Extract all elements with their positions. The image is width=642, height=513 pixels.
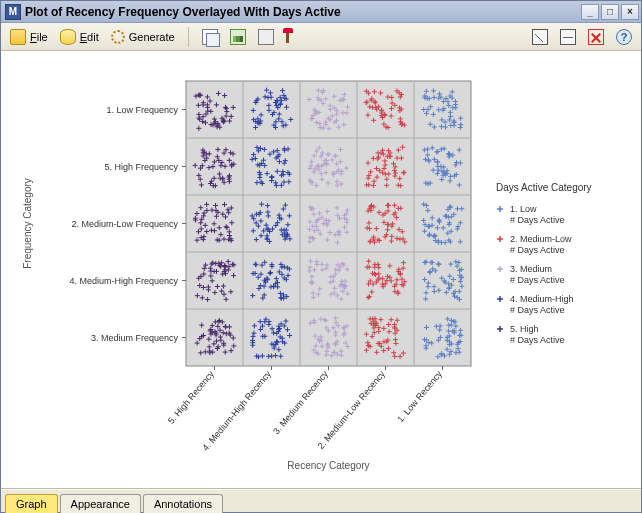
file-menu-label-rest: ile — [37, 31, 48, 43]
generate-menu-label: Generate — [129, 31, 175, 43]
legend-item-label: # Days Active — [510, 305, 565, 315]
brush-icon — [286, 31, 289, 43]
app-window: Plot of Recency Frequency Overlayed With… — [0, 0, 642, 513]
window-title: Plot of Recency Frequency Overlayed With… — [25, 5, 341, 19]
chart-area: 1. Low Frequency5. High Frequency2. Medi… — [1, 51, 641, 489]
titlebar: Plot of Recency Frequency Overlayed With… — [1, 1, 641, 23]
toolbar: File Edit Generate — [1, 23, 641, 51]
copy-icon — [202, 29, 218, 45]
edit-icon — [60, 29, 76, 45]
print-button[interactable] — [253, 25, 279, 49]
graph-mode-2-icon — [560, 29, 576, 45]
legend-item-label: # Days Active — [510, 275, 565, 285]
edit-graph-button[interactable] — [281, 25, 294, 49]
edit-menu-label-rest: dit — [87, 31, 99, 43]
app-icon — [5, 4, 21, 20]
right-tool-group: ? — [527, 25, 637, 49]
legend-item-label: 2. Medium-Low — [510, 234, 572, 244]
y-axis-label: Frequency Category — [22, 178, 33, 269]
legend-item-label: # Days Active — [510, 245, 565, 255]
edit-menu[interactable]: Edit — [55, 25, 104, 49]
legend-item-label: 3. Medium — [510, 264, 552, 274]
y-tick-label: 2. Medium-Low Frequency — [71, 219, 178, 229]
tab-graph[interactable]: Graph — [5, 494, 58, 513]
legend-item-label: # Days Active — [510, 215, 565, 225]
separator — [188, 27, 189, 47]
maximize-button[interactable]: □ — [601, 4, 619, 20]
tab-appearance[interactable]: Appearance — [60, 494, 141, 513]
close-button[interactable]: × — [621, 4, 639, 20]
y-tick-label: 3. Medium Frequency — [91, 333, 179, 343]
minimize-button[interactable]: _ — [581, 4, 599, 20]
legend-item-label: 5. High — [510, 324, 539, 334]
export-chart-button[interactable] — [225, 25, 251, 49]
chart-icon — [230, 29, 246, 45]
graph-mode-2-button[interactable] — [555, 25, 581, 49]
graph-mode-1-icon — [532, 29, 548, 45]
tab-annotations[interactable]: Annotations — [143, 494, 223, 513]
gear-icon — [111, 30, 125, 44]
y-tick-label: 4. Medium-High Frequency — [69, 276, 178, 286]
x-axis-label: Recency Category — [287, 460, 369, 471]
delete-button[interactable] — [583, 25, 609, 49]
y-tick-label: 5. High Frequency — [104, 162, 178, 172]
help-icon: ? — [616, 29, 632, 45]
menu-group: File Edit Generate — [5, 25, 180, 49]
copy-button[interactable] — [197, 25, 223, 49]
action-group — [197, 25, 294, 49]
y-tick-label: 1. Low Frequency — [106, 105, 178, 115]
legend-item-label: 4. Medium-High — [510, 294, 574, 304]
legend-item-label: # Days Active — [510, 335, 565, 345]
tab-bar: Graph Appearance Annotations — [1, 489, 641, 512]
help-button[interactable]: ? — [611, 25, 637, 49]
window-controls: _ □ × — [581, 4, 639, 20]
scatter-chart: 1. Low Frequency5. High Frequency2. Medi… — [1, 51, 641, 489]
legend-item-label: 1. Low — [510, 204, 537, 214]
generate-menu[interactable]: Generate — [106, 25, 180, 49]
legend-title: Days Active Category — [496, 182, 592, 193]
delete-icon — [588, 29, 604, 45]
folder-icon — [10, 29, 26, 45]
graph-mode-1-button[interactable] — [527, 25, 553, 49]
print-icon — [258, 29, 274, 45]
file-menu[interactable]: File — [5, 25, 53, 49]
